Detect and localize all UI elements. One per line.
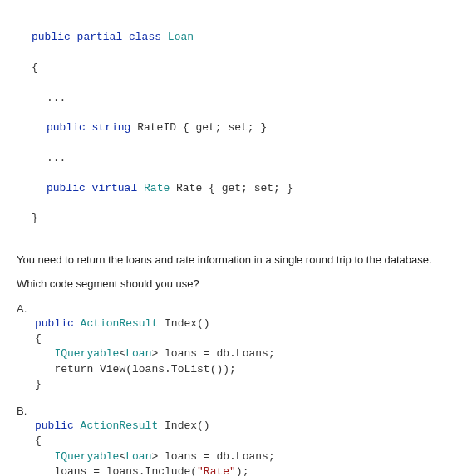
option-a: A. public ActionResult Index() { IQuerya… xyxy=(17,302,455,392)
question-text-1: You need to return the loans and rate in… xyxy=(17,253,455,266)
option-a-code: public ActionResult Index() { IQueryable… xyxy=(35,302,275,392)
option-b-code: public ActionResult Index() { IQueryable… xyxy=(35,404,275,476)
option-a-label: A. xyxy=(17,302,35,315)
option-b: B. public ActionResult Index() { IQuerya… xyxy=(17,404,455,476)
question-text-2: Which code segment should you use? xyxy=(17,277,455,290)
option-b-label: B. xyxy=(17,404,35,417)
class-declaration: public partial class Loan { ... public s… xyxy=(17,15,455,242)
